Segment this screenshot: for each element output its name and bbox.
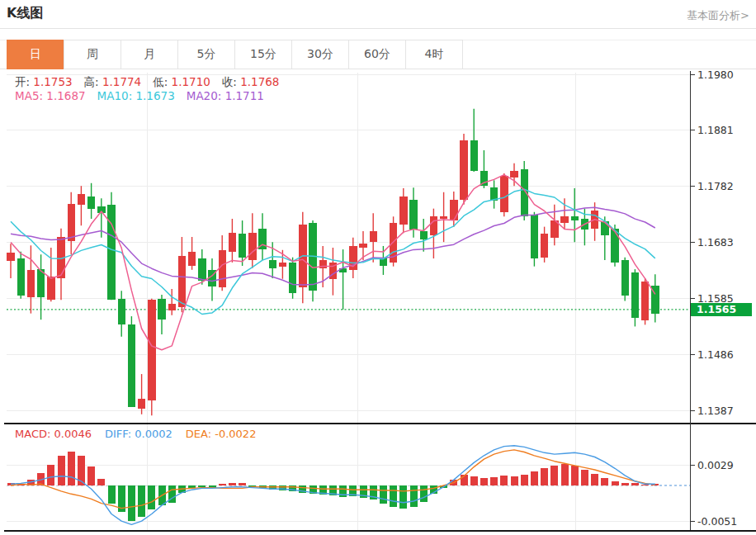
last-price-badge: 1.1565 bbox=[691, 303, 752, 316]
svg-text:1.1387: 1.1387 bbox=[697, 405, 734, 417]
high-value: 1.1774 bbox=[102, 75, 141, 88]
kline-chart-area[interactable]: 1.19801.18811.17821.16831.15851.14861.13… bbox=[0, 69, 756, 535]
open-value: 1.1753 bbox=[33, 75, 72, 88]
ohlc-legend-row: 开: 1.1753高: 1.1774低: 1.1710收: 1.1768 bbox=[15, 75, 291, 89]
ma20-value: 1.1711 bbox=[225, 89, 264, 102]
ma10-label: MA10: bbox=[97, 89, 133, 102]
ma20-label: MA20: bbox=[187, 89, 222, 102]
ma5-label: MA5: bbox=[15, 89, 43, 102]
open-label: 开: bbox=[15, 75, 30, 88]
tab-4hour[interactable]: 4时 bbox=[405, 40, 463, 69]
svg-text:1.1683: 1.1683 bbox=[697, 236, 734, 249]
diff-value: 0.0002 bbox=[135, 428, 172, 440]
diff-label: DIFF: bbox=[105, 428, 131, 440]
dea-value: -0.0022 bbox=[215, 428, 256, 440]
candlestick-chart-canvas[interactable]: 1.19801.18811.17821.16831.15851.14861.13… bbox=[0, 69, 756, 535]
tab-month[interactable]: 月 bbox=[120, 40, 178, 69]
dea-label: DEA: bbox=[186, 428, 211, 440]
ma-legend-row: MA5: 1.1687MA10: 1.1673MA20: 1.1711 bbox=[15, 89, 291, 103]
svg-text:1.1486: 1.1486 bbox=[697, 348, 734, 361]
fundamental-analysis-link[interactable]: 基本面分析> bbox=[687, 8, 749, 23]
tab-day[interactable]: 日 bbox=[7, 40, 64, 69]
macd-value: 0.0046 bbox=[54, 428, 92, 440]
macd-label: MACD: bbox=[15, 428, 50, 440]
tab-60min[interactable]: 60分 bbox=[348, 40, 406, 69]
page-header: K线图 基本面分析> bbox=[0, 0, 756, 29]
ohlc-ma-legend: 开: 1.1753高: 1.1774低: 1.1710收: 1.1768 MA5… bbox=[15, 75, 291, 103]
ma5-value: 1.1687 bbox=[46, 89, 85, 102]
svg-text:1.1782: 1.1782 bbox=[697, 180, 734, 192]
tab-5min[interactable]: 5分 bbox=[177, 40, 235, 69]
ma10-value: 1.1673 bbox=[135, 89, 174, 102]
close-label: 收: bbox=[222, 75, 237, 88]
page-title: K线图 bbox=[7, 5, 43, 22]
svg-text:-0.0051: -0.0051 bbox=[697, 515, 737, 528]
svg-text:0.0029: 0.0029 bbox=[697, 459, 734, 471]
interval-tab-bar: 日 周 月 5分 15分 30分 60分 4时 bbox=[0, 40, 756, 69]
close-value: 1.1768 bbox=[240, 75, 279, 88]
svg-text:1.1980: 1.1980 bbox=[697, 69, 734, 81]
tab-week[interactable]: 周 bbox=[64, 40, 121, 69]
macd-legend: MACD: 0.0046DIFF: 0.0002DEA: -0.0022 bbox=[15, 428, 269, 440]
low-value: 1.1710 bbox=[172, 75, 210, 88]
tab-30min[interactable]: 30分 bbox=[291, 40, 349, 69]
low-label: 低: bbox=[153, 75, 168, 88]
tab-15min[interactable]: 15分 bbox=[234, 40, 292, 69]
svg-text:1.1881: 1.1881 bbox=[697, 124, 734, 136]
high-label: 高: bbox=[84, 75, 99, 88]
